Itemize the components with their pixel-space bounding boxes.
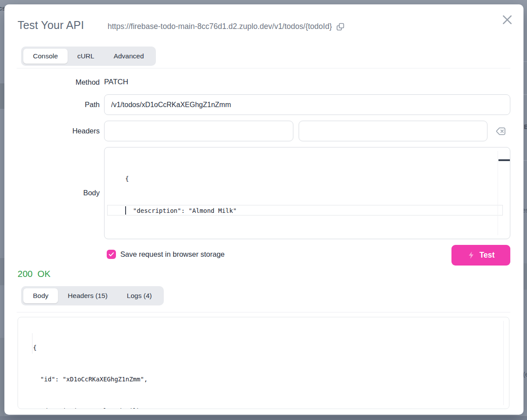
path-label: Path — [18, 101, 100, 109]
editor-scroll-track — [498, 151, 498, 235]
header-name-input[interactable] — [104, 121, 293, 141]
status-text: OK — [37, 269, 51, 279]
code-line: { — [18, 342, 509, 353]
checkbox-checked[interactable] — [107, 250, 116, 259]
tab-curl[interactable]: cURL — [68, 49, 104, 64]
page-title: Test Your API — [18, 19, 84, 32]
editor-scroll-marker[interactable] — [498, 159, 510, 161]
tab-advanced[interactable]: Advanced — [104, 49, 154, 64]
response-scroll-track — [503, 321, 504, 405]
code-line: "id": "xD1oCcRKaXEGhgZ1nZmm", — [18, 374, 509, 384]
text-cursor — [125, 206, 126, 215]
api-url-row: https://firebase-todo-main-8cc76d1.d2.zu… — [108, 22, 345, 31]
response-tabbar: Body Headers (15) Logs (4) — [21, 286, 164, 305]
code-line: "description": "Almond Milk" — [18, 406, 509, 409]
backdrop-fragment: E — [524, 123, 527, 130]
code-line-active: "description": "Almond Milk" — [107, 205, 503, 215]
body-label: Body — [18, 189, 100, 197]
header-divider — [17, 68, 510, 68]
backdrop-bottom-strip — [0, 416, 527, 420]
copy-icon[interactable] — [336, 22, 345, 31]
backdrop-block — [523, 263, 527, 290]
backspace-icon[interactable] — [495, 126, 506, 137]
request-tabbar: Console cURL Advanced — [21, 47, 156, 66]
test-button-label: Test — [480, 251, 495, 260]
path-input[interactable] — [104, 94, 510, 115]
method-value: PATCH — [104, 78, 128, 86]
backdrop-line — [523, 160, 527, 161]
lightning-icon — [467, 251, 476, 259]
code-line: } — [105, 237, 510, 239]
indent-guide — [32, 333, 32, 354]
response-divider — [17, 312, 510, 312]
request-body-editor[interactable]: { "description": "Almond Milk" } — [104, 147, 510, 239]
code-line: { — [105, 173, 510, 184]
request-body-code: { "description": "Almond Milk" } — [105, 152, 510, 239]
status-code: 200 — [18, 269, 32, 279]
tab-response-body[interactable]: Body — [23, 288, 58, 303]
response-body-code: { "id": "xD1oCcRKaXEGhgZ1nZmm", "descrip… — [18, 321, 509, 409]
method-label: Method — [18, 78, 100, 86]
tab-response-headers[interactable]: Headers (15) — [58, 288, 117, 303]
test-button[interactable]: Test — [451, 245, 510, 266]
headers-label: Headers — [18, 127, 100, 135]
tab-response-logs[interactable]: Logs (4) — [117, 288, 162, 303]
header-value-input[interactable] — [299, 121, 487, 141]
backdrop-block — [0, 83, 4, 109]
response-body-viewer[interactable]: { "id": "xD1oCcRKaXEGhgZ1nZmm", "descrip… — [18, 317, 509, 409]
save-checkbox-label: Save request in browser storage — [120, 250, 225, 258]
backdrop-fragment: (e — [523, 371, 527, 378]
close-icon[interactable] — [501, 13, 514, 26]
api-url: https://firebase-todo-main-8cc76d1.d2.zu… — [108, 22, 332, 31]
response-status: 200 OK — [18, 269, 51, 279]
tab-console[interactable]: Console — [23, 49, 68, 64]
backdrop-block — [0, 338, 4, 420]
test-api-modal: Test Your API https://firebase-todo-main… — [4, 4, 523, 415]
backdrop-line — [523, 61, 527, 62]
save-request-toggle[interactable]: Save request in browser storage — [107, 250, 225, 259]
backdrop-block — [0, 258, 4, 285]
backdrop-line — [523, 94, 527, 95]
